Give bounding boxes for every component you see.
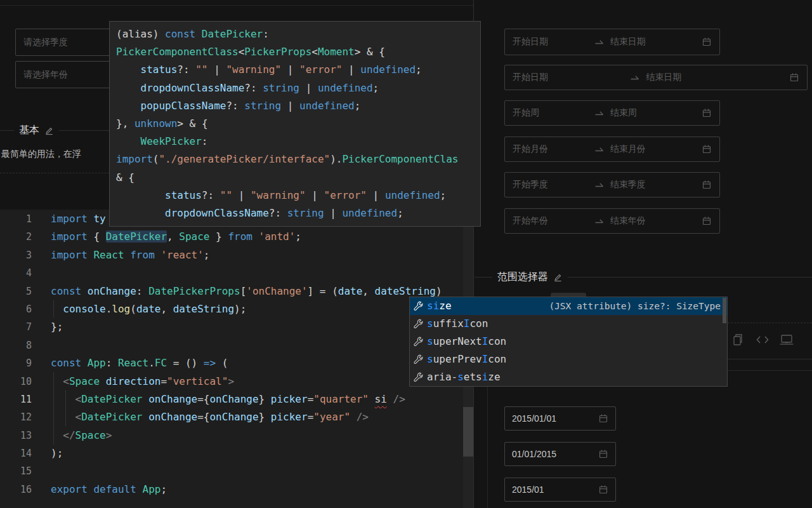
code-token: | [324,207,343,219]
code-token: }, [116,117,134,130]
edit-pencil-icon[interactable] [553,272,563,282]
suggest-label: suffixIcon [427,315,488,333]
suggest-item[interactable]: size(JSX attribute) size?: SizeType [410,297,727,315]
code-token: Moment [318,46,355,58]
editor-line[interactable]: 6 console.log(date, dateString); [0,300,473,318]
range-picker-input[interactable]: 开始月份结束月份 [504,137,720,162]
range-picker-input[interactable]: 开始日期结束日期 [504,65,808,90]
code-token [51,411,75,423]
date-picker-input[interactable]: 2015/01 [504,478,616,502]
tooltip-line: & { [116,169,474,187]
code-token: < [75,411,82,423]
swap-right-arrow-icon [594,37,604,46]
code-token: PickerComponentClass [116,46,239,58]
line-code: export default App; [51,481,167,498]
code-token: React [93,249,130,261]
editor-line[interactable]: 16export default App; [0,481,473,498]
copy-code-icon[interactable] [731,333,745,347]
code-token: DatePickerProps [148,285,240,297]
code-token: picker [265,393,307,405]
code-token: }; [51,321,63,333]
editor-line[interactable]: 15 [0,462,473,480]
code-token: ?: [269,207,287,219]
code-token: export [51,483,93,495]
range-picker-input[interactable]: 开始周结束周 [504,100,720,126]
editor-line[interactable]: 14); [0,444,473,462]
code-token: { [93,231,105,243]
code-token: => [204,357,216,369]
line-number: 16 [0,481,32,498]
range-end-placeholder: 结束年份 [610,215,702,227]
code-token: = [197,393,204,405]
suggest-label: superNextIcon [427,333,506,351]
tooltip-line: dropdownClassName?: string | undefined; [116,204,474,222]
code-token: onChange [209,393,258,405]
next-demo-box-left-border [487,370,488,508]
code-token: unknown [134,117,177,130]
indent-guide [53,372,54,444]
line-number: 12 [0,408,32,426]
code-token: = [308,411,314,423]
code-token: popupClassName [116,100,226,112]
edit-pencil-icon[interactable] [44,126,54,135]
editor-scrollbar-thumb[interactable] [463,407,473,457]
editor-line[interactable]: 9const App: React.FC = () => ( [0,354,473,372]
code-token: </ [63,429,75,441]
date-picker-input[interactable]: 01/01/2015 [504,442,616,466]
line-code: <DatePicker onChange={onChange} picker="… [51,408,369,426]
code-token: "error" [324,189,367,201]
code-token: const [51,285,88,297]
suggest-item[interactable]: aria-setsize [410,368,727,386]
editor-line[interactable]: 10 <Space direction="vertical"> [0,373,473,391]
code-token: } [259,393,265,405]
calendar-icon [598,413,608,424]
left-pane-top-border [0,0,473,6]
suggest-scrollbar-thumb[interactable] [723,298,726,323]
suggest-item[interactable]: superPrevIcon [410,351,727,368]
code-token: = [160,375,167,387]
editor-line[interactable]: 2import { DatePicker, Space } from 'antd… [0,228,473,246]
code-token: onChange [143,393,198,405]
editor-line[interactable]: 4 [0,264,473,282]
code-token: default [93,483,142,495]
divider-line-left [475,277,492,277]
code-token: from [228,231,258,243]
code-token: const [51,357,88,369]
swap-right-arrow-icon [594,109,604,117]
editor-line[interactable]: 7}; [0,318,473,336]
date-picker-input[interactable]: 2015/01/01 [504,406,616,431]
code-token: ; [373,82,379,94]
suggest-item[interactable]: superNextIcon [410,333,727,351]
calendar-icon [702,180,712,190]
autocomplete-dropdown[interactable]: size(JSX attribute) size?: SizeTypesuffi… [409,297,728,387]
divider-line-right [568,277,812,277]
code-token: [ [240,285,247,297]
editor-line[interactable]: 13 </Space> [0,427,473,444]
suggest-label: aria-setsize [427,368,501,386]
code-token: DatePicker [106,231,167,243]
code-token: ; [416,64,422,76]
sandbox-laptop-icon[interactable] [779,333,794,347]
code-token: ( [130,303,136,315]
code-editor-lines[interactable]: 1import ty2import { DatePicker, Space } … [0,210,473,498]
editor-line[interactable]: 8 [0,337,473,354]
editor-line[interactable]: 11 <DatePicker onChange={onChange} picke… [0,391,473,408]
range-picker-input[interactable]: 开始年份结束年份 [504,208,720,234]
editor-line[interactable]: 5const onChange: DatePickerProps['onChan… [0,283,473,300]
code-token: 'react' [160,249,203,261]
code-token: direction [100,375,160,387]
line-number: 6 [0,300,32,318]
editor-line[interactable]: 12 <DatePicker onChange={onChange} picke… [0,408,473,426]
editor-line[interactable]: 3import React from 'react'; [0,246,473,264]
range-start-placeholder: 开始年份 [513,215,594,227]
suggest-item[interactable]: suffixIcon [410,315,727,333]
range-picker-input[interactable]: 开始日期结束日期 [504,29,720,55]
code-token: ( [216,357,228,369]
code-token: > [106,429,112,441]
code-token: < [239,46,245,58]
code-token: Space [179,231,209,243]
code-token: ?: [226,100,244,112]
range-picker-input[interactable]: 开始季度结束季度 [504,172,720,197]
show-code-icon[interactable] [755,334,770,345]
code-token: < [63,375,69,387]
